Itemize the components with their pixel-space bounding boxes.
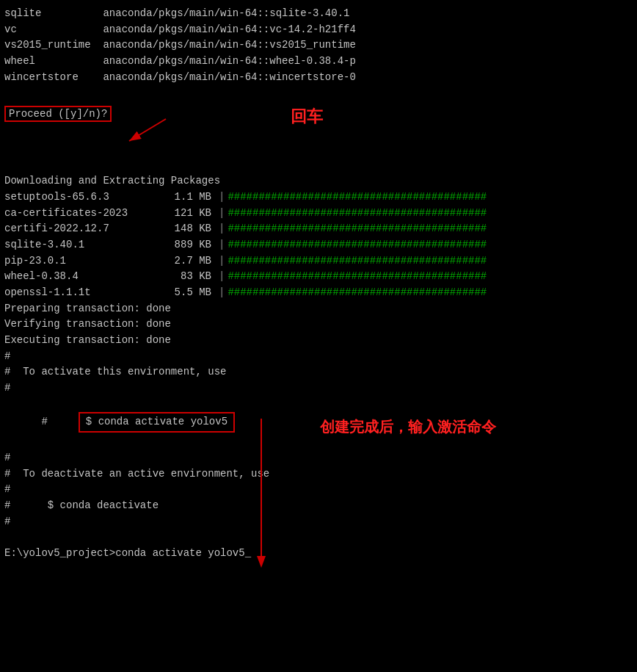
pkg-row-ca-certs: ca-certificates-2023 121 KB | ##########… <box>4 206 633 222</box>
executing-transaction: Executing transaction: done <box>4 333 633 349</box>
pkg-name: pip-23.0.1 <box>4 253 166 270</box>
huiche-arrow <box>122 113 291 150</box>
hash-2: # <box>4 380 633 397</box>
activate-arrow-down <box>239 419 313 573</box>
line-sqlite: sqlite anaconda/pkgs/main/win-64::sqlite… <box>4 6 633 22</box>
pkg-row-sqlite: sqlite-3.40.1 889 KB | #################… <box>4 237 633 253</box>
pipe7: | <box>219 285 225 301</box>
pipe4: | <box>219 237 225 253</box>
pkg-row-openssl: openssl-1.1.1t 5.5 MB | ################… <box>4 285 633 301</box>
verifying-transaction: Verifying transaction: done <box>4 317 633 333</box>
pkg-row-wheel: wheel-0.38.4 83 KB | ###################… <box>4 269 633 285</box>
pipe6: | <box>219 269 225 285</box>
pkg-bar: ########################################… <box>228 189 487 206</box>
pkg-bar: ########################################… <box>228 253 487 270</box>
activate-cmd-section: # $ conda activate yolov5 创建完成后，输入激活命令 <box>4 397 633 449</box>
pkg-bar: ########################################… <box>228 285 487 301</box>
pkg-size: 148 KB <box>166 221 216 237</box>
hash-4: # <box>4 482 633 498</box>
activate-line: # $ conda activate yolov5 <box>4 397 633 449</box>
pkg-row-certifi: certifi-2022.12.7 148 KB | #############… <box>4 221 633 237</box>
downloading-header: Downloading and Extracting Packages <box>4 173 633 189</box>
pkg-name: wheel-0.38.4 <box>4 269 166 285</box>
annotation-activate: 创建完成后，输入激活命令 <box>320 417 496 437</box>
hash-1: # <box>4 349 633 365</box>
proceed-prompt: Proceed ([y]/n)? <box>4 106 112 122</box>
hash-3: # <box>4 450 633 466</box>
pkg-size: 5.5 MB <box>166 285 216 301</box>
terminal: sqlite anaconda/pkgs/main/win-64::sqlite… <box>0 0 637 568</box>
pkg-name: sqlite-3.40.1 <box>4 237 166 253</box>
pipe5: | <box>219 253 225 270</box>
pkg-bar: ########################################… <box>228 269 487 285</box>
pkg-name: certifi-2022.12.7 <box>4 221 166 237</box>
hash-5: # <box>4 514 633 530</box>
pipe2: | <box>219 206 225 222</box>
activate-cmd-box: $ conda activate yolov5 <box>79 412 235 433</box>
line-wheel: wheel anaconda/pkgs/main/win-64::wheel-0… <box>4 54 633 70</box>
pkg-bar: ########################################… <box>228 237 487 253</box>
line-vs2015: vs2015_runtime anaconda/pkgs/main/win-64… <box>4 37 633 54</box>
pkg-size: 889 KB <box>166 237 216 253</box>
deactivate-cmd: $ conda deactivate <box>48 499 159 511</box>
deactivate-cmd-line: # $ conda deactivate <box>4 498 633 514</box>
pkg-row-setuptools: setuptools-65.6.3 1.1 MB | #############… <box>4 189 633 206</box>
blank1 <box>4 157 633 173</box>
pipe3: | <box>219 221 225 237</box>
svg-line-1 <box>129 119 166 141</box>
pkg-bar: ########################################… <box>228 206 487 222</box>
pkg-row-pip: pip-23.0.1 2.7 MB | ####################… <box>4 253 633 270</box>
pipe1: | <box>219 189 225 206</box>
pkg-size: 121 KB <box>166 206 216 222</box>
preparing-transaction: Preparing transaction: done <box>4 301 633 317</box>
pkg-size: 1.1 MB <box>166 189 216 206</box>
final-prompt[interactable]: E:\yolov5_project>conda activate yolov5_ <box>4 546 633 562</box>
top-packages: sqlite anaconda/pkgs/main/win-64::sqlite… <box>4 6 633 85</box>
annotation-huiche: 回车 <box>291 106 323 128</box>
pkg-name: openssl-1.1.1t <box>4 285 166 301</box>
deactivate-comment-1: # To deactivate an active environment, u… <box>4 466 633 483</box>
pkg-name: setuptools-65.6.3 <box>4 189 166 206</box>
pkg-size: 83 KB <box>166 269 216 285</box>
pkg-name: ca-certificates-2023 <box>4 206 166 222</box>
pkg-bar: ########################################… <box>228 221 487 237</box>
line-vc: vc anaconda/pkgs/main/win-64::vc-14.2-h2… <box>4 22 633 38</box>
activate-comment-1: # To activate this environment, use <box>4 364 633 380</box>
blank2 <box>4 530 633 546</box>
line-wincert: wincertstore anaconda/pkgs/main/win-64::… <box>4 70 633 86</box>
pkg-size: 2.7 MB <box>166 253 216 270</box>
